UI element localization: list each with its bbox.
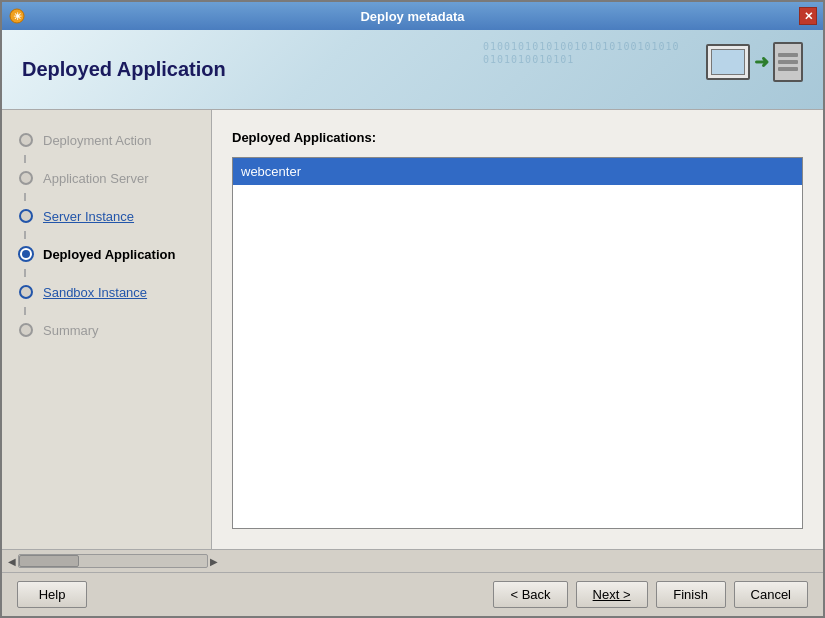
circle-current-icon (18, 246, 34, 262)
back-label: < Back (510, 587, 550, 602)
step-connector-4 (24, 269, 26, 277)
finish-button[interactable]: Finish (656, 581, 726, 608)
server-line-1 (778, 53, 798, 57)
close-button[interactable]: ✕ (799, 7, 817, 25)
step-icon-sandbox-instance (17, 283, 35, 301)
titlebar-app-icon: ☀ (8, 7, 26, 25)
header-banner: Deployed Application 0100101010100101010… (2, 30, 823, 110)
header-icon-area: ➜ (703, 37, 803, 102)
finish-label: Finish (673, 587, 708, 602)
step-icon-server-instance (17, 207, 35, 225)
sidebar-item-server-instance[interactable]: Server Instance (2, 201, 211, 231)
sidebar-item-sandbox-instance[interactable]: Sandbox Instance (2, 277, 211, 307)
step-label-application-server: Application Server (43, 171, 149, 186)
deployed-applications-list[interactable]: webcenter (232, 157, 803, 529)
monitor-icon (706, 44, 750, 80)
circle-icon (19, 323, 33, 337)
circle-icon (19, 209, 33, 223)
step-label-deployment-action: Deployment Action (43, 133, 151, 148)
circle-icon (19, 285, 33, 299)
help-label: Help (39, 587, 66, 602)
panel-label: Deployed Applications: (232, 130, 803, 145)
circle-icon (19, 133, 33, 147)
step-label-sandbox-instance: Sandbox Instance (43, 285, 147, 300)
circle-current-inner (22, 250, 30, 258)
step-icon-application-server (17, 169, 35, 187)
next-button[interactable]: Next > (576, 581, 648, 608)
server-icon (773, 42, 803, 82)
step-label-summary: Summary (43, 323, 99, 338)
list-item-webcenter[interactable]: webcenter (233, 158, 802, 185)
server-line-3 (778, 67, 798, 71)
main-content: Deployment Action Application Server Ser… (2, 110, 823, 549)
main-window: ☀ Deploy metadata ✕ Deployed Application… (0, 0, 825, 618)
back-button[interactable]: < Back (493, 581, 567, 608)
titlebar: ☀ Deploy metadata ✕ (2, 2, 823, 30)
sidebar-item-deployment-action: Deployment Action (2, 125, 211, 155)
scroll-right-btn[interactable]: ▶ (210, 556, 218, 567)
scroll-left-btn[interactable]: ◀ (8, 556, 16, 567)
deploy-arrow-icon: ➜ (754, 51, 769, 73)
step-connector-1 (24, 155, 26, 163)
sidebar-item-application-server: Application Server (2, 163, 211, 193)
footer-actions: < Back Next > Finish Cancel (493, 581, 808, 608)
monitor-screen (711, 49, 745, 75)
window-title: Deploy metadata (26, 9, 799, 24)
right-panel: Deployed Applications: webcenter (212, 110, 823, 549)
step-icon-deployment-action (17, 131, 35, 149)
page-title: Deployed Application (22, 58, 226, 81)
step-connector-2 (24, 193, 26, 201)
step-connector-3 (24, 231, 26, 239)
step-label-server-instance: Server Instance (43, 209, 134, 224)
scroll-thumb[interactable] (19, 555, 79, 567)
sidebar-item-summary: Summary (2, 315, 211, 345)
footer: Help < Back Next > Finish Cancel (2, 572, 823, 616)
cancel-label: Cancel (751, 587, 791, 602)
server-line-2 (778, 60, 798, 64)
step-icon-deployed-application (17, 245, 35, 263)
step-icon-summary (17, 321, 35, 339)
step-label-deployed-application: Deployed Application (43, 247, 175, 262)
sidebar-scrollbar-area: ◀ ▶ (2, 549, 823, 572)
wizard-sidebar: Deployment Action Application Server Ser… (2, 110, 212, 549)
deploy-icon: ➜ (706, 42, 803, 82)
step-connector-5 (24, 307, 26, 315)
sidebar-item-deployed-application: Deployed Application (2, 239, 211, 269)
cancel-button[interactable]: Cancel (734, 581, 808, 608)
help-button[interactable]: Help (17, 581, 87, 608)
next-label: Next > (593, 587, 631, 602)
circle-icon (19, 171, 33, 185)
header-bg-decoration: 0100101010100101010100101010010101001010… (483, 40, 683, 66)
svg-text:☀: ☀ (13, 11, 22, 22)
